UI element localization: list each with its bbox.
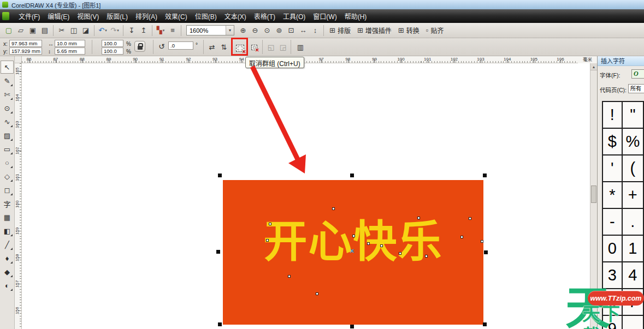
combine-button[interactable]: ◱ xyxy=(265,41,276,52)
open-button[interactable]: ▱ xyxy=(15,25,27,37)
menu-item-l[interactable]: 版面(L) xyxy=(103,10,132,22)
text-tool[interactable]: 字 xyxy=(1,197,14,210)
menu-item-o[interactable]: 工具(O) xyxy=(279,10,309,22)
menu-item-a[interactable]: 排列(A) xyxy=(132,10,161,22)
menu-item-v[interactable]: 视图(V) xyxy=(73,10,103,22)
selection-handle[interactable] xyxy=(350,174,354,177)
zoom-actual-button[interactable]: ⊙ xyxy=(261,25,273,37)
curve-node[interactable] xyxy=(417,217,420,219)
curve-node[interactable] xyxy=(288,275,291,278)
char-cell[interactable]: + xyxy=(622,182,643,208)
dropdown-arrow-icon[interactable]: ▾ xyxy=(117,28,119,33)
basic-shapes-tool[interactable]: ◻ xyxy=(1,183,14,196)
menu-item-f[interactable]: 文件(F) xyxy=(15,10,44,22)
x-position-field[interactable]: 97.963 mm xyxy=(9,40,42,47)
menu-item-e[interactable]: 编辑(E) xyxy=(44,10,73,22)
scale-x-field[interactable]: 100.0 xyxy=(102,40,123,47)
zoom-width-button[interactable]: ↔ xyxy=(297,25,309,37)
font-combo[interactable]: O xyxy=(631,69,644,79)
undo-button[interactable]: ↶▾ xyxy=(97,25,109,37)
crop-tool[interactable]: ✄ xyxy=(1,88,14,101)
paste-button[interactable]: ◪ xyxy=(80,25,92,37)
fill-tool[interactable]: ◆ xyxy=(1,265,14,278)
char-cell[interactable]: $ xyxy=(602,128,622,155)
curve-node[interactable] xyxy=(367,242,370,245)
char-cell[interactable]: . xyxy=(622,208,643,235)
curve-node[interactable] xyxy=(425,255,428,258)
menu-item-w[interactable]: 窗口(W) xyxy=(309,10,340,22)
freehand-tool[interactable]: ∿ xyxy=(1,115,14,128)
ellipse-tool[interactable]: ○ xyxy=(1,156,14,169)
selection-handle[interactable] xyxy=(483,322,487,326)
curve-node[interactable] xyxy=(269,223,271,225)
selection-handle[interactable] xyxy=(218,322,222,326)
selection-handle[interactable] xyxy=(216,250,220,254)
char-cell[interactable]: ! xyxy=(602,101,622,128)
outline-pen-tool[interactable]: ♦ xyxy=(1,252,14,265)
selection-handle[interactable] xyxy=(218,174,222,177)
selection-handle[interactable] xyxy=(350,325,354,328)
selection-handle[interactable] xyxy=(484,250,488,254)
shape-tool[interactable]: ✎ xyxy=(1,74,14,87)
char-cell[interactable]: * xyxy=(602,182,622,208)
menu-item-t[interactable]: 表格(T) xyxy=(250,10,279,22)
snap-button[interactable]: ▫贴齐 xyxy=(423,25,447,37)
smart-fill-tool[interactable]: ▨ xyxy=(1,129,14,142)
save-button[interactable]: ▣ xyxy=(27,25,39,37)
cut-button[interactable]: ✂ xyxy=(56,25,68,37)
codepage-combo[interactable]: 所有 xyxy=(628,84,644,93)
dropdown-arrow-icon[interactable]: ▾ xyxy=(105,28,107,33)
char-cell[interactable]: % xyxy=(622,128,643,155)
char-cell[interactable]: 1 xyxy=(622,235,643,262)
object-height-field[interactable]: 5.65 mm xyxy=(55,47,85,55)
import-button[interactable]: ↧ xyxy=(126,25,138,37)
zoom-in-button[interactable]: ⊕ xyxy=(237,25,249,37)
char-cell[interactable]: - xyxy=(602,208,622,235)
eyedropper-tool[interactable]: ╱ xyxy=(1,238,14,251)
curve-node[interactable] xyxy=(399,252,401,255)
copy-button[interactable]: ◫ xyxy=(68,25,80,37)
menu-item-x[interactable]: 文本(X) xyxy=(221,10,250,22)
table-tool[interactable]: ▦ xyxy=(1,211,14,224)
zoom-page-button[interactable]: ⊡ xyxy=(285,25,297,37)
ungroup-all-button[interactable] xyxy=(249,43,259,52)
dropdown-arrow-icon[interactable]: ▾ xyxy=(163,28,165,33)
zoom-height-button[interactable]: ↕ xyxy=(309,25,321,37)
curve-node[interactable] xyxy=(460,236,463,238)
menu-item-b[interactable]: 位图(B) xyxy=(191,10,221,22)
scrollbar-thumb[interactable] xyxy=(591,186,596,203)
pick-tool[interactable]: ↖ xyxy=(1,61,14,74)
zoom-level-combo[interactable]: 1600%▾ xyxy=(186,25,234,35)
curve-node[interactable] xyxy=(316,292,318,295)
convert-button[interactable]: ⊞转换 xyxy=(395,25,423,37)
zoom-level-value[interactable]: 1600% xyxy=(190,27,208,34)
zoom-tool[interactable]: ⊙ xyxy=(1,101,14,115)
redo-button[interactable]: ↷▾ xyxy=(109,25,121,37)
scroll-up-arrow[interactable]: ▲ xyxy=(590,63,597,70)
new-document-button[interactable]: ▢ xyxy=(3,25,15,37)
curve-node[interactable] xyxy=(380,244,383,247)
curve-node[interactable] xyxy=(481,240,483,243)
options-button[interactable]: ≡ xyxy=(167,25,179,37)
curve-node[interactable] xyxy=(352,235,355,237)
print-button[interactable]: ▤ xyxy=(39,25,51,37)
break-apart-button[interactable]: ◲ xyxy=(277,41,288,52)
selection-handle[interactable] xyxy=(483,174,487,177)
menu-item-c[interactable]: 效果(C) xyxy=(161,10,191,22)
drawing-text[interactable]: 开心快乐 xyxy=(223,218,483,266)
convert-to-curves-button[interactable]: ▥ xyxy=(294,41,307,52)
char-cell[interactable]: " xyxy=(622,101,643,128)
char-cell[interactable]: 4 xyxy=(622,262,643,289)
zoom-combo-arrow-icon[interactable]: ▾ xyxy=(226,26,234,35)
interactive-blend-tool[interactable]: ◧ xyxy=(1,224,14,237)
curve-node[interactable] xyxy=(332,207,335,210)
interactive-fill-tool[interactable]: ◐ xyxy=(1,279,14,292)
zoom-out-button[interactable]: ⊖ xyxy=(249,25,261,37)
char-cell[interactable]: ( xyxy=(622,155,643,182)
scale-y-field[interactable]: 100.0 xyxy=(102,47,123,55)
rectangle-tool[interactable]: ▭ xyxy=(1,142,14,155)
lock-ratio-button[interactable] xyxy=(134,41,145,52)
menu-item-h[interactable]: 帮助(H) xyxy=(341,10,371,22)
char-cell[interactable]: 0 xyxy=(602,235,622,262)
export-button[interactable]: ↥ xyxy=(138,25,150,37)
